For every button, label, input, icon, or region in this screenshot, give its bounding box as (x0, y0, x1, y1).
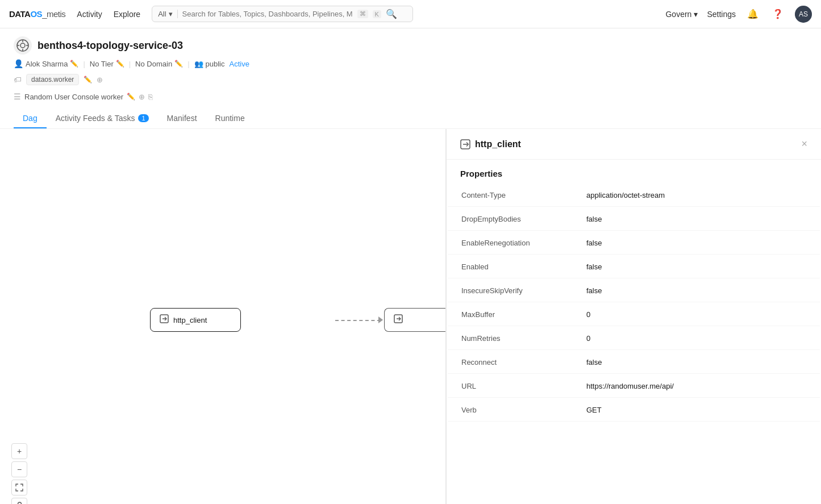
tabs-row: Dag Activity Feeds & Tasks 1 Manifest Ru… (14, 109, 807, 128)
table-row: Content-Typeapplication/octet-stream (448, 184, 820, 207)
search-icon[interactable]: 🔍 (386, 9, 397, 19)
tag-add-icon[interactable]: ⊕ (97, 76, 103, 84)
node-output-icon (394, 314, 403, 326)
top-nav: DATAOS_metis Activity Explore All ▾ ⌘ K … (0, 0, 821, 28)
meta-visibility: 👥 public (194, 60, 225, 68)
panel-title: http_client (460, 139, 521, 149)
description-edit-icon[interactable]: ✏️ (127, 93, 135, 101)
avatar[interactable]: AS (795, 6, 812, 23)
separator-2: | (129, 60, 131, 68)
prop-key: DropEmptyBodies (461, 215, 586, 223)
node-input-icon (160, 314, 169, 326)
prop-value: false (586, 263, 602, 271)
prop-value: false (586, 215, 602, 223)
search-input[interactable] (182, 10, 353, 18)
panel-body[interactable]: Properties Content-Typeapplication/octet… (447, 160, 821, 504)
prop-value: 0 (586, 310, 590, 319)
search-all-label: All (158, 10, 166, 18)
dag-node-label: http_client (173, 316, 207, 324)
prop-value: false (586, 358, 602, 366)
entity-icon (14, 36, 32, 55)
nav-right: Govern ▾ Settings 🔔 ❓ AS (665, 6, 812, 23)
logo-data: DATA (9, 9, 30, 19)
svg-point-3 (20, 43, 25, 48)
panel-section-title: Properties (447, 160, 821, 183)
prop-key: URL (461, 382, 586, 390)
tag-row: 🏷 dataos.worker ✏️ ⊕ (14, 74, 807, 85)
description-action-1[interactable]: ⊕ (139, 93, 145, 101)
prop-key: Verb (461, 406, 586, 414)
description-action-2[interactable]: ⎘ (148, 93, 153, 101)
app-logo[interactable]: DATAOS_metis (9, 9, 65, 19)
table-row: DropEmptyBodiesfalse (448, 208, 820, 231)
govern-label: Govern (665, 10, 691, 19)
govern-button[interactable]: Govern ▾ (665, 10, 698, 19)
table-row: InsecureSkipVerifyfalse (448, 280, 820, 302)
description-row: ☰ Random User Console worker ✏️ ⊕ ⎘ (14, 92, 807, 101)
chevron-down-icon: ▾ (169, 10, 173, 18)
dag-arrow (335, 320, 381, 321)
nav-explore[interactable]: Explore (114, 10, 140, 19)
nav-activity[interactable]: Activity (77, 10, 102, 19)
table-row: VerbGET (448, 399, 820, 422)
tab-runtime[interactable]: Runtime (206, 109, 254, 128)
tier-edit-icon[interactable]: ✏️ (116, 60, 124, 68)
fit-view-button[interactable] (11, 480, 27, 495)
panel-header: http_client × (447, 129, 821, 160)
dag-node-http-client[interactable]: http_client (150, 308, 241, 332)
status-badge: Active (230, 60, 249, 68)
tab-manifest[interactable]: Manifest (158, 109, 206, 128)
settings-button[interactable]: Settings (707, 10, 736, 19)
table-row: Reconnectfalse (448, 351, 820, 374)
owner-icon: 👤 (14, 59, 23, 68)
dag-canvas[interactable]: http_client + − (0, 129, 446, 504)
zoom-in-button[interactable]: + (11, 443, 27, 459)
zoom-out-button[interactable]: − (11, 461, 27, 477)
tag-icon: 🏷 (14, 75, 22, 84)
svg-text:AS: AS (799, 10, 808, 18)
prop-key: EnableRenegotiation (461, 239, 586, 247)
prop-key: NumRetries (461, 334, 586, 343)
dag-controls: + − (11, 443, 27, 504)
table-row: EnableRenegotiationfalse (448, 232, 820, 255)
tab-manifest-label: Manifest (167, 114, 197, 123)
panel-close-button[interactable]: × (801, 138, 807, 150)
prop-key: InsecureSkipVerify (461, 286, 586, 295)
tab-dag-label: Dag (23, 114, 37, 123)
visibility-label: public (206, 60, 225, 68)
main-content: http_client + − http_client (0, 129, 821, 504)
prop-value: false (586, 239, 602, 247)
domain-edit-icon[interactable]: ✏️ (174, 60, 183, 68)
prop-key: Reconnect (461, 358, 586, 366)
logo-os: OS (30, 9, 42, 19)
table-row: MaxBuffer0 (448, 303, 820, 326)
tag-edit-icon[interactable]: ✏️ (84, 76, 92, 84)
owner-name: Alok Sharma (26, 60, 68, 68)
lock-button[interactable] (11, 498, 27, 504)
search-filter-all[interactable]: All ▾ (158, 10, 177, 18)
search-kbd-cmd: ⌘ (357, 10, 368, 18)
panel-title-icon (460, 139, 470, 149)
table-row: NumRetries0 (448, 327, 820, 350)
dag-node-output[interactable] (384, 308, 446, 332)
description-icon: ☰ (14, 92, 21, 101)
entity-header: benthos4-topology-service-03 👤 Alok Shar… (0, 28, 821, 129)
notifications-icon[interactable]: 🔔 (745, 6, 761, 22)
tag-item[interactable]: dataos.worker (26, 74, 79, 85)
panel-title-text: http_client (475, 139, 521, 149)
prop-value: GET (586, 406, 602, 414)
owner-edit-icon[interactable]: ✏️ (70, 60, 78, 68)
entity-meta: 👤 Alok Sharma ✏️ | No Tier ✏️ | No Domai… (14, 59, 807, 68)
prop-key: MaxBuffer (461, 310, 586, 319)
separator-1: | (83, 60, 85, 68)
entity-title: benthos4-topology-service-03 (37, 40, 183, 52)
search-bar: All ▾ ⌘ K 🔍 (152, 6, 413, 22)
table-row: URLhttps://randomuser.me/api/ (448, 375, 820, 398)
prop-value: false (586, 286, 602, 295)
prop-key: Enabled (461, 263, 586, 271)
tab-activity[interactable]: Activity Feeds & Tasks 1 (47, 109, 158, 128)
properties-table: Content-Typeapplication/octet-streamDrop… (447, 183, 821, 423)
entity-title-row: benthos4-topology-service-03 (14, 36, 807, 55)
help-icon[interactable]: ❓ (770, 6, 786, 22)
tab-dag[interactable]: Dag (14, 109, 47, 128)
